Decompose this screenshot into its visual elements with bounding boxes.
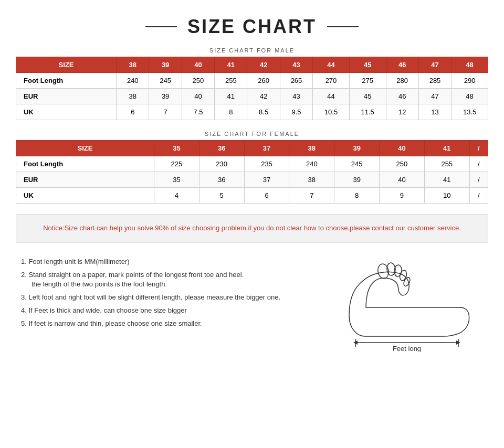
table-row: EUR3839404142434445464748 <box>16 89 488 104</box>
list-item: 5. If feet is narrow and thin, please ch… <box>21 319 326 327</box>
list-item: 4. If Feet is thick and wide, can choose… <box>21 306 326 314</box>
table-cell: 48 <box>452 89 488 104</box>
table-cell: 7 <box>289 188 334 204</box>
notice-text: Notice:Size chart can help you solve 90%… <box>27 223 477 234</box>
table-cell: 44 <box>313 89 350 104</box>
table-cell: 40 <box>182 89 214 104</box>
male-table-body: Foot Length24024525025526026527027528028… <box>16 73 488 120</box>
table-cell: 38 <box>117 89 149 104</box>
table-cell: 245 <box>334 156 380 172</box>
title-row: SIZE CHART <box>16 16 488 38</box>
table-cell: Foot Length <box>16 73 117 89</box>
list-item-indent: the length of the two points is the foot… <box>21 280 326 288</box>
table-cell: 45 <box>349 89 386 104</box>
table-cell: 8 <box>334 188 380 204</box>
notice-box: Notice:Size chart can help you solve 90%… <box>16 214 488 243</box>
instructions-section: 1. Foot length unit is MM(millimeter)2. … <box>16 252 488 359</box>
female-size-table: SIZE35363738394041/ Foot Length225230235… <box>16 140 488 204</box>
table-cell: 7.5 <box>182 104 214 120</box>
list-item: 2. Stand straight on a paper, mark point… <box>21 271 326 288</box>
female-section-label: SIZE CHART FOR FEMALE <box>16 131 488 137</box>
table-row: EUR35363738394041/ <box>16 172 488 188</box>
table-cell: 9.5 <box>280 104 312 120</box>
table-cell: 11.5 <box>349 104 386 120</box>
list-item: 1. Foot length unit is MM(millimeter) <box>21 258 326 265</box>
table-cell: 7 <box>149 104 182 120</box>
table-cell: 240 <box>117 73 149 89</box>
table-cell: 265 <box>280 73 312 89</box>
table-cell: 8.5 <box>247 104 280 120</box>
female-table-body: Foot Length225230235240245250255/EUR3536… <box>16 156 488 204</box>
table-cell: 38 <box>289 172 334 188</box>
female-header-cell: SIZE <box>16 141 154 156</box>
female-header-cell: / <box>469 141 488 156</box>
male-header-cell: 42 <box>247 57 280 73</box>
female-header-cell: 39 <box>334 141 380 156</box>
foot-svg-wrapper: Feet long <box>339 258 480 354</box>
male-table-header: SIZE3839404142434445464748 <box>16 57 488 73</box>
table-cell: 40 <box>380 172 425 188</box>
table-cell: 6 <box>244 188 289 204</box>
table-cell: UK <box>16 104 117 120</box>
male-header-cell: 47 <box>418 57 451 73</box>
table-row: UK677.588.59.510.511.5121313.5 <box>16 104 488 120</box>
table-cell: 36 <box>199 172 244 188</box>
table-cell: 47 <box>418 89 451 104</box>
table-cell: 46 <box>386 89 418 104</box>
svg-point-4 <box>403 276 412 287</box>
table-cell: 230 <box>199 156 244 172</box>
table-row: Foot Length24024525025526026527027528028… <box>16 73 488 89</box>
table-cell: 235 <box>244 156 289 172</box>
male-size-table: SIZE3839404142434445464748 Foot Length24… <box>16 57 488 120</box>
title-line-right <box>327 26 359 27</box>
female-table-header: SIZE35363738394041/ <box>16 141 488 156</box>
table-cell: 39 <box>149 89 182 104</box>
table-cell: 35 <box>154 172 199 188</box>
page-title: SIZE CHART <box>187 16 317 38</box>
list-item: 3. Left foot and right foot will be slig… <box>21 293 326 301</box>
table-cell: 37 <box>244 172 289 188</box>
table-cell: Foot Length <box>16 156 154 172</box>
table-row: Foot Length225230235240245250255/ <box>16 156 488 172</box>
table-cell: 4 <box>154 188 199 204</box>
female-header-cell: 41 <box>424 141 469 156</box>
table-cell: 285 <box>418 73 451 89</box>
table-cell: / <box>469 188 488 204</box>
feet-long-label: Feet long <box>393 345 421 352</box>
male-header-cell: 38 <box>117 57 149 73</box>
female-header-cell: 36 <box>199 141 244 156</box>
table-cell: 270 <box>313 73 350 89</box>
table-cell: 39 <box>334 172 380 188</box>
table-cell: 255 <box>215 73 247 89</box>
male-header-cell: 40 <box>182 57 214 73</box>
table-cell: 13 <box>418 104 451 120</box>
male-header-cell: 44 <box>313 57 350 73</box>
title-line-left <box>145 26 177 27</box>
table-cell: 6 <box>117 104 149 120</box>
instructions-list: 1. Foot length unit is MM(millimeter)2. … <box>21 258 326 327</box>
male-section-label: SIZE CHART FOR MALE <box>16 47 488 54</box>
table-cell: 12 <box>386 104 418 120</box>
table-cell: / <box>469 156 488 172</box>
table-row: UK45678910/ <box>16 188 488 204</box>
table-cell: 10.5 <box>313 104 350 120</box>
foot-diagram: Feet long <box>336 258 483 354</box>
female-header-cell: 37 <box>244 141 289 156</box>
table-cell: 240 <box>289 156 334 172</box>
male-header-cell: 46 <box>386 57 418 73</box>
male-header-cell: SIZE <box>16 57 117 73</box>
table-cell: EUR <box>16 89 117 104</box>
male-header-cell: 39 <box>149 57 182 73</box>
male-header-cell: 48 <box>452 57 488 73</box>
male-header-cell: 43 <box>280 57 312 73</box>
female-header-cell: 35 <box>154 141 199 156</box>
male-header-cell: 41 <box>215 57 247 73</box>
table-cell: 280 <box>386 73 418 89</box>
table-cell: 245 <box>149 73 182 89</box>
female-header-cell: 40 <box>380 141 425 156</box>
table-cell: 8 <box>215 104 247 120</box>
table-cell: 250 <box>182 73 214 89</box>
table-cell: UK <box>16 188 154 204</box>
table-cell: 9 <box>380 188 425 204</box>
table-cell: 225 <box>154 156 199 172</box>
